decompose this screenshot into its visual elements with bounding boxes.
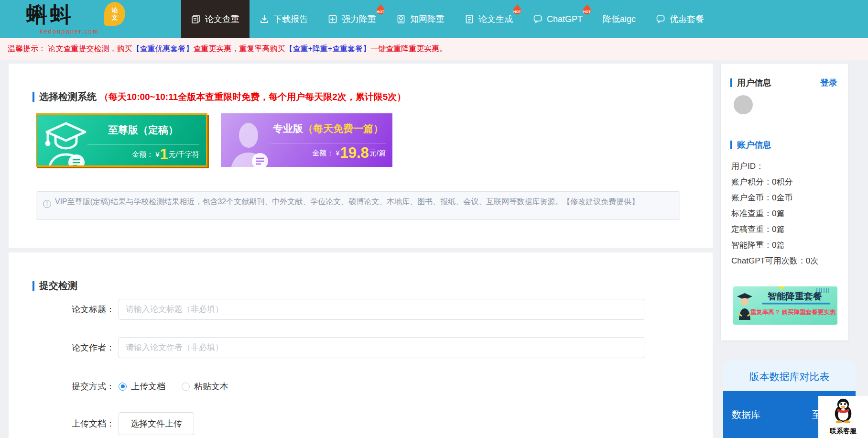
nav-item-strong-reduce[interactable]: 强力降重 HOT bbox=[318, 0, 386, 38]
notice-link-discount-package[interactable]: 【查重优惠套餐】 bbox=[132, 44, 193, 54]
doc-reduce-icon bbox=[396, 14, 406, 24]
notice-text: 温馨提示： 论文查重提交检测，购买 bbox=[8, 44, 132, 54]
strong-reduce-icon bbox=[328, 14, 337, 24]
radio-label: 粘贴文本 bbox=[194, 381, 228, 392]
account-line-final-check: 定稿查重：0篇 bbox=[731, 221, 818, 237]
svg-text:HOT: HOT bbox=[583, 10, 591, 14]
account-line-points: 账户积分：0积分 bbox=[731, 174, 818, 190]
notice-text: 查重更实惠，重复率高购买 bbox=[193, 44, 285, 54]
paper-title-label: 论文标题： bbox=[28, 304, 115, 315]
plan-name: 至尊版（定稿） bbox=[108, 124, 178, 135]
qq-contact-widget[interactable]: 联系客服 bbox=[818, 396, 868, 438]
logo-domain: kedoupaper.com bbox=[40, 28, 99, 35]
hot-flame-icon: HOT bbox=[581, 3, 593, 17]
compare-table-title: 版本数据库对比表 bbox=[723, 370, 856, 383]
person-icon bbox=[226, 119, 273, 167]
submit-method-options: 上传文档 粘贴文本 bbox=[119, 381, 228, 392]
upload-document-row: 上传文档： 选择文件上传 bbox=[28, 412, 194, 435]
hot-flame-icon: HOT bbox=[511, 3, 523, 17]
account-line-chatgpt-uses: ChatGPT可用次数：0次 bbox=[731, 253, 818, 269]
nav-item-label: 论文生成 bbox=[478, 13, 513, 25]
submit-header: 提交检测 bbox=[33, 279, 77, 292]
paper-author-label: 论文作者： bbox=[28, 342, 115, 353]
nav-item-lower-aigc[interactable]: 降低aigc bbox=[593, 0, 646, 38]
account-line-standard-check: 标准查重：0篇 bbox=[731, 206, 818, 221]
info-icon: ! bbox=[43, 200, 51, 208]
account-info-header: 账户信息 bbox=[730, 139, 771, 151]
svg-text:HOT: HOT bbox=[377, 10, 384, 14]
banner-triangle-decoration bbox=[777, 286, 786, 290]
account-line-smart-reduce: 智能降重：0篇 bbox=[731, 237, 818, 253]
section-accent-bar bbox=[730, 141, 732, 149]
plan-title: 至尊版（定稿） bbox=[85, 123, 201, 137]
price-suffix: 元/千字符 bbox=[169, 146, 199, 163]
nav-item-discount-package[interactable]: 优惠套餐 bbox=[646, 0, 714, 38]
graduate-icon bbox=[42, 120, 90, 167]
radio-unselected-icon[interactable] bbox=[182, 383, 190, 391]
qq-contact-label: 联系客服 bbox=[818, 427, 868, 436]
download-icon bbox=[260, 14, 269, 24]
sidebar-user-panel: 用户信息 登录 账户信息 用户ID： 账户积分：0积分 账户金币：0金币 标准查… bbox=[721, 64, 848, 340]
logo-text: 蝌蚪 bbox=[26, 1, 74, 29]
nav-item-download-report[interactable]: 下载报告 bbox=[250, 0, 318, 38]
radio-upload-document[interactable]: 上传文档 bbox=[119, 381, 165, 392]
submit-method-label: 提交方式： bbox=[28, 381, 115, 392]
nav-item-label: 优惠套餐 bbox=[670, 13, 704, 25]
report-check-icon bbox=[191, 14, 201, 24]
nav-item-label: 下载报告 bbox=[273, 13, 308, 25]
price-prefix: 金额： ¥ bbox=[312, 145, 340, 161]
section-accent-bar bbox=[33, 92, 34, 102]
nav-item-label: 知网降重 bbox=[410, 13, 445, 25]
avatar[interactable] bbox=[734, 95, 753, 114]
account-line-coins: 账户金币：0金币 bbox=[731, 190, 818, 206]
chat-icon bbox=[533, 14, 542, 24]
radio-selected-icon[interactable] bbox=[119, 383, 127, 391]
upload-document-label: 上传文档： bbox=[28, 418, 115, 429]
site-logo[interactable]: 蝌蚪 论文 kedoupaper.com bbox=[26, 1, 74, 38]
banner-title: 智能降重套餐 bbox=[754, 290, 835, 303]
nav-item-label: 强力降重 bbox=[342, 13, 376, 25]
nav-item-label: ChatGPT bbox=[547, 14, 583, 24]
logo-bubble-text: 论文 bbox=[111, 7, 119, 21]
compare-col-database: 数据库 bbox=[732, 408, 760, 421]
section-accent-bar bbox=[33, 281, 34, 291]
plan-title: 专业版（每天免费一篇） bbox=[269, 122, 388, 135]
account-info-title: 账户信息 bbox=[737, 139, 771, 151]
vip-note-text: VIP至尊版(定稿)结果与学校检测结果相近，包含32个文献期刊、中外文献、学位论… bbox=[55, 197, 639, 206]
chat-icon bbox=[656, 14, 665, 24]
paper-title-input[interactable] bbox=[119, 299, 644, 320]
notice-link-combo-package[interactable]: 【查重+降重+查重套餐】 bbox=[285, 44, 370, 54]
paper-title-row: 论文标题： bbox=[28, 299, 644, 320]
radio-paste-text[interactable]: 粘贴文本 bbox=[182, 381, 228, 392]
page: 蝌蚪 论文 kedoupaper.com 论文查重 下载报告 bbox=[0, 0, 868, 438]
select-system-panel: 选择检测系统 （每天10:00~10:11全版本查重限时免费，每个用户每天限2次… bbox=[9, 64, 713, 248]
plan-free-label: （每天免费一篇） bbox=[303, 123, 383, 134]
notice-text: 一键查重降重更实惠。 bbox=[370, 44, 447, 54]
plan-card-supreme[interactable]: 至尊版（定稿） 金额： ¥ 1 元/千字符 bbox=[36, 113, 207, 167]
price-value: 19.8 bbox=[340, 145, 369, 161]
nav-item-cnki-reduce[interactable]: 知网降重 bbox=[386, 0, 455, 38]
user-info-title: 用户信息 bbox=[737, 77, 771, 88]
nav-item-paper-generate[interactable]: 论文生成 HOT bbox=[455, 0, 523, 38]
paper-author-input[interactable] bbox=[119, 337, 644, 358]
plan-name: 专业版 bbox=[273, 123, 303, 134]
section-subtitle: （每天10:00~10:11全版本查重限时免费，每个用户每天限2次，累计限5次） bbox=[99, 91, 406, 103]
banner-subtitle: 重复率高？ 购买降重套餐更实惠 bbox=[749, 308, 836, 317]
plan-divider bbox=[87, 144, 199, 145]
smart-reduce-banner[interactable]: 智能降重套餐 重复率高？ 购买降重套餐更实惠 bbox=[733, 286, 837, 325]
choose-file-button[interactable]: 选择文件上传 bbox=[119, 412, 194, 435]
top-navigation-bar: 蝌蚪 论文 kedoupaper.com 论文查重 下载报告 bbox=[0, 0, 868, 38]
nav-item-paper-check[interactable]: 论文查重 bbox=[181, 0, 250, 38]
nav-item-chatgpt[interactable]: ChatGPT HOT bbox=[523, 0, 593, 38]
nav-item-label: 降低aigc bbox=[603, 13, 636, 25]
login-link[interactable]: 登录 bbox=[820, 77, 837, 88]
logo-speech-bubble-icon: 论文 bbox=[104, 2, 125, 26]
plan-card-professional[interactable]: 专业版（每天免费一篇） 金额： ¥ 19.8 元/篇 bbox=[221, 113, 392, 167]
account-info-list: 用户ID： 账户积分：0积分 账户金币：0金币 标准查重：0篇 定稿查重：0篇 … bbox=[731, 158, 818, 269]
banner-underline bbox=[762, 303, 830, 304]
section-accent-bar bbox=[730, 78, 732, 87]
section-title: 提交检测 bbox=[39, 279, 77, 292]
plan-price: 金额： ¥ 1 元/千字符 bbox=[132, 146, 199, 163]
qq-penguin-icon bbox=[831, 397, 856, 424]
price-suffix: 元/篇 bbox=[369, 145, 386, 161]
